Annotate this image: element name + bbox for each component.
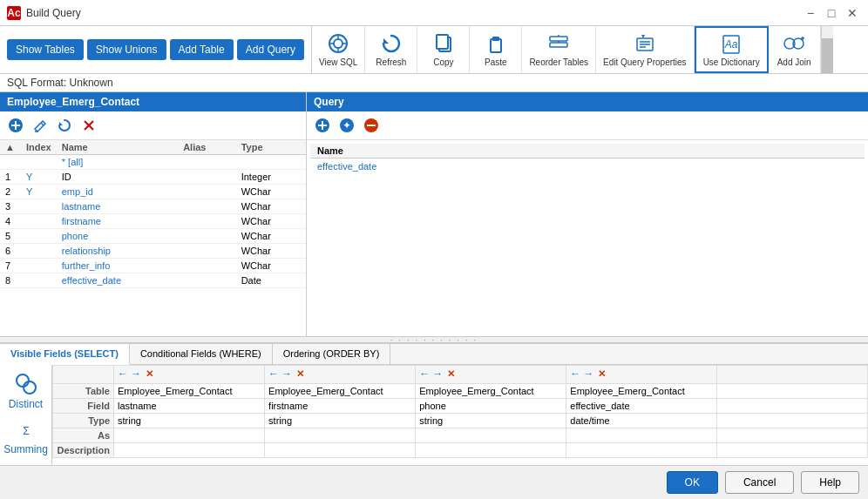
scrollbar-thumb — [822, 38, 833, 73]
svg-marker-6 — [383, 38, 389, 44]
grid-col-header: ←→✕ — [566, 366, 717, 384]
table-row[interactable]: 2Yemp_idWChar — [0, 185, 306, 199]
grid-col-header: ←→✕ — [265, 366, 416, 384]
col-remove-button[interactable]: ✕ — [598, 368, 606, 380]
query-panel: Query ✦ Name — [307, 92, 868, 336]
query-name-header: Name — [310, 144, 865, 158]
show-unions-button[interactable]: Show Unions — [87, 39, 166, 60]
col-remove-button[interactable]: ✕ — [447, 368, 455, 380]
table-row[interactable]: 1YIDInteger — [0, 170, 306, 185]
use-dictionary-label: Use Dictionary — [703, 57, 760, 68]
grid-cell[interactable] — [114, 443, 265, 458]
table-row[interactable]: * [all] — [0, 155, 306, 170]
grid-row: Typestringstringstringdate/time — [53, 414, 868, 428]
refresh-field-button[interactable] — [54, 115, 75, 136]
table-row[interactable]: 3lastnameWChar — [0, 199, 306, 214]
left-panel-toolbar — [0, 111, 306, 140]
grid-cell[interactable]: phone — [416, 399, 566, 414]
reorder-tables-icon — [546, 31, 571, 56]
use-dictionary-button[interactable]: Aa Use Dictionary — [695, 26, 769, 73]
add-table-button[interactable]: Add Table — [170, 39, 234, 60]
summing-button[interactable]: Σ Summing — [3, 417, 48, 455]
add-join-button[interactable]: Add Join — [769, 26, 821, 73]
help-button[interactable]: Help — [801, 471, 859, 494]
minimize-button[interactable]: − — [802, 4, 819, 22]
col-remove-button[interactable]: ✕ — [146, 368, 153, 380]
query-star-button[interactable]: ✦ — [336, 115, 357, 136]
grid-cell[interactable]: string — [265, 414, 416, 428]
ok-button[interactable]: OK — [667, 471, 718, 494]
grid-cell[interactable]: string — [114, 414, 265, 428]
col-move-left-button[interactable]: ← — [268, 368, 279, 380]
reorder-tables-button[interactable]: Reorder Tables — [522, 26, 596, 73]
svg-point-41 — [17, 374, 29, 387]
grid-cell[interactable] — [566, 443, 717, 458]
restore-button[interactable]: □ — [823, 4, 840, 22]
title-bar: Ac Build Query − □ ✕ — [0, 0, 868, 26]
col-move-left-button[interactable]: ← — [419, 368, 430, 380]
svg-point-42 — [24, 381, 36, 394]
query-add-button[interactable] — [312, 115, 333, 136]
table-row[interactable]: 8effective_dateDate — [0, 273, 306, 288]
tab-conditional-fields[interactable]: Conditional Fields (WHERE) — [130, 344, 273, 364]
grid-cell[interactable]: string — [416, 414, 566, 428]
close-button[interactable]: ✕ — [844, 4, 861, 22]
paste-label: Paste — [485, 57, 507, 68]
col-move-left-button[interactable]: ← — [118, 368, 128, 380]
col-move-left-button[interactable]: ← — [570, 368, 580, 380]
grid-col-header — [717, 366, 868, 384]
grid-cell[interactable]: effective_date — [566, 399, 717, 414]
grid-row-label: Description — [53, 443, 114, 458]
grid-cell[interactable] — [265, 428, 416, 443]
grid-cell[interactable] — [717, 399, 868, 414]
grid-cell[interactable]: date/time — [566, 414, 717, 428]
grid-cell[interactable]: Employee_Emerg_Contact — [416, 384, 566, 399]
query-row[interactable]: effective_date — [310, 158, 865, 175]
grid-cell[interactable] — [717, 414, 868, 428]
grid-row-label: Field — [53, 399, 114, 414]
edit-query-props-button[interactable]: Edit Query Properties — [596, 26, 695, 73]
show-tables-button[interactable]: Show Tables — [7, 39, 84, 60]
grid-row: TableEmployee_Emerg_ContactEmployee_Emer… — [53, 384, 868, 399]
svg-text:✦: ✦ — [342, 119, 351, 131]
add-query-button[interactable]: Add Query — [237, 39, 304, 60]
grid-cell[interactable] — [717, 428, 868, 443]
refresh-button[interactable]: Refresh — [365, 26, 417, 73]
table-row[interactable]: 7further_infoWChar — [0, 259, 306, 273]
svg-rect-11 — [550, 37, 567, 41]
grid-cell[interactable]: firstname — [265, 399, 416, 414]
grid-cell[interactable] — [416, 428, 566, 443]
grid-cell[interactable] — [566, 428, 717, 443]
fields-grid: ←→✕←→✕←→✕←→✕TableEmployee_Emerg_ContactE… — [52, 365, 868, 458]
grid-cell[interactable] — [416, 443, 566, 458]
paste-button[interactable]: Paste — [470, 26, 522, 73]
add-field-button[interactable] — [5, 115, 26, 136]
query-remove-button[interactable] — [361, 115, 382, 136]
col-remove-button[interactable]: ✕ — [296, 368, 304, 380]
table-row[interactable]: 5phoneWChar — [0, 229, 306, 244]
cancel-button[interactable]: Cancel — [725, 471, 794, 494]
view-sql-label: View SQL — [319, 57, 357, 68]
copy-button[interactable]: Copy — [417, 26, 470, 73]
distinct-button[interactable]: Distinct — [9, 372, 43, 410]
svg-rect-9 — [491, 39, 501, 52]
toolbar-scrollbar[interactable] — [821, 26, 833, 73]
grid-cell[interactable] — [717, 384, 868, 399]
resize-handle[interactable]: · · · · · · · · · · · — [0, 336, 868, 343]
refresh-label: Refresh — [376, 57, 406, 68]
grid-cell[interactable]: Employee_Emerg_Contact — [566, 384, 717, 399]
grid-cell[interactable] — [265, 443, 416, 458]
table-row[interactable]: 6relationshipWChar — [0, 244, 306, 259]
tab-ordering[interactable]: Ordering (ORDER BY) — [273, 344, 391, 364]
table-row[interactable]: 4firstnameWChar — [0, 214, 306, 229]
view-sql-button[interactable]: View SQL — [312, 26, 365, 73]
alias-col-header: Alias — [178, 140, 236, 155]
grid-cell[interactable]: lastname — [114, 399, 265, 414]
grid-cell[interactable] — [114, 428, 265, 443]
grid-cell[interactable] — [717, 443, 868, 458]
grid-cell[interactable]: Employee_Emerg_Contact — [114, 384, 265, 399]
grid-cell[interactable]: Employee_Emerg_Contact — [265, 384, 416, 399]
edit-field-button[interactable] — [30, 115, 51, 136]
tab-visible-fields[interactable]: Visible Fields (SELECT) — [0, 344, 130, 365]
close-field-button[interactable] — [78, 115, 99, 136]
